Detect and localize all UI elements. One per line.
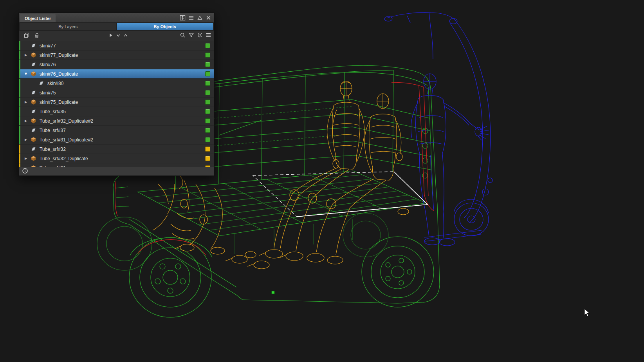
expand-arrow-icon[interactable]: ▶ <box>23 138 29 141</box>
visibility-checkbox[interactable] <box>205 109 210 114</box>
menu-lines-icon[interactable] <box>188 15 194 21</box>
visibility-checkbox[interactable] <box>205 81 210 86</box>
visibility-stripe <box>19 135 20 144</box>
mouse-cursor <box>584 309 592 319</box>
object-name: skin#76 <box>40 62 56 67</box>
collapse-panel-icon[interactable] <box>197 15 203 21</box>
group-cube-icon <box>30 99 36 105</box>
visibility-checkbox[interactable] <box>205 90 210 95</box>
expand-arrow-icon[interactable]: ▶ <box>23 166 29 167</box>
tab-by-objects[interactable]: By Objects <box>117 23 213 30</box>
object-name: skin#75 <box>40 90 56 96</box>
object-name: Tube_srf#32_Duplicate <box>40 156 88 161</box>
chevron-down-icon[interactable] <box>115 33 121 40</box>
pivot-dot <box>272 291 274 294</box>
visibility-checkbox[interactable] <box>205 128 210 133</box>
group-cube-icon <box>30 165 36 167</box>
object-tree: skin#77▶skin#77_Duplicateskin#76▼skin#76… <box>19 41 214 167</box>
visibility-checkbox[interactable] <box>205 156 210 161</box>
duplicate-icon[interactable] <box>23 32 30 40</box>
visibility-stripe <box>19 126 20 135</box>
close-icon[interactable] <box>206 15 211 21</box>
tab-by-layers[interactable]: By Layers <box>20 23 116 30</box>
object-name: Tube_srf#35 <box>40 109 66 114</box>
visibility-checkbox[interactable] <box>205 118 210 123</box>
visibility-stripe <box>19 98 20 107</box>
object-name: skin#76_Duplicate <box>40 71 78 77</box>
info-icon[interactable] <box>22 168 28 176</box>
visibility-stripe <box>19 51 20 60</box>
surface-icon <box>30 109 36 115</box>
visibility-stripe <box>19 88 20 97</box>
hamburger-icon[interactable] <box>206 32 211 40</box>
gear-icon[interactable] <box>197 32 203 40</box>
object-lister-panel: Object Lister <box>18 13 215 176</box>
tree-row[interactable]: Tube_srf#35 <box>19 107 214 116</box>
tree-row[interactable]: skin#80 <box>19 79 214 88</box>
standing-figure-wireframe <box>384 13 492 246</box>
object-name: skin#77 <box>40 43 56 49</box>
visibility-checkbox[interactable] <box>205 62 210 67</box>
visibility-checkbox[interactable] <box>205 71 210 76</box>
visibility-checkbox[interactable] <box>205 147 210 152</box>
surface-icon <box>38 80 44 87</box>
tree-row[interactable]: ▶Tube_srf#32_Duplicate#2 <box>19 116 214 126</box>
group-cube-icon <box>30 137 36 143</box>
visibility-checkbox[interactable] <box>205 137 210 142</box>
tree-row[interactable]: skin#77 <box>19 41 214 51</box>
visibility-stripe <box>19 107 20 116</box>
search-icon[interactable] <box>180 32 186 40</box>
visibility-stripe <box>19 154 20 163</box>
object-name: skin#80 <box>47 81 63 86</box>
visibility-checkbox[interactable] <box>205 100 210 105</box>
visibility-checkbox[interactable] <box>205 52 210 58</box>
surface-icon <box>30 43 36 49</box>
group-cube-icon <box>30 156 36 162</box>
trash-icon[interactable] <box>34 32 40 40</box>
lister-tabs: By Layers By Objects <box>19 22 214 31</box>
chevron-up-icon[interactable] <box>123 33 128 40</box>
tree-row[interactable]: skin#75 <box>19 88 214 98</box>
group-cube-icon <box>30 118 36 124</box>
visibility-checkbox[interactable] <box>205 165 210 167</box>
object-name: Tube_srf#32 <box>40 147 66 152</box>
visibility-stripe <box>19 79 20 88</box>
tree-row[interactable]: ▶Tube_srf#32_Duplicate <box>19 154 214 163</box>
expand-arrow-icon[interactable]: ▶ <box>23 53 29 57</box>
object-name: Tube_srf#31_Duplicate#2 <box>40 137 93 143</box>
expand-arrow-icon[interactable]: ▶ <box>23 157 29 160</box>
tree-row[interactable]: ▶Tube_srf#31 <box>19 163 214 167</box>
object-name: Tube_srf#37 <box>40 128 66 133</box>
surface-icon <box>30 127 36 134</box>
object-name: skin#77_Duplicate <box>40 52 78 58</box>
collapse-arrow-icon[interactable]: ▼ <box>23 72 29 76</box>
tree-row[interactable]: ▶skin#77_Duplicate <box>19 51 214 60</box>
visibility-stripe <box>19 163 20 167</box>
panel-titlebar[interactable]: Object Lister <box>19 13 214 22</box>
expand-arrow-icon[interactable]: ▶ <box>23 100 29 104</box>
lister-toolbar <box>19 31 214 41</box>
visibility-checkbox[interactable] <box>205 43 210 48</box>
resize-vertical-icon[interactable] <box>180 15 186 21</box>
visibility-stripe <box>19 69 20 78</box>
filter-icon[interactable] <box>188 32 194 40</box>
visibility-stripe <box>19 116 20 125</box>
panel-title: Object Lister <box>20 14 56 22</box>
lister-statusbar <box>19 167 214 176</box>
surface-icon <box>30 90 36 96</box>
selection-outline <box>253 172 428 217</box>
object-name: skin#75_Duplicate <box>40 100 78 105</box>
group-cube-icon <box>30 71 36 77</box>
tree-row[interactable]: Tube_srf#37 <box>19 126 214 135</box>
surface-icon <box>30 62 36 68</box>
visibility-stripe <box>19 41 20 50</box>
tree-row[interactable]: Tube_srf#32 <box>19 145 214 154</box>
tree-row[interactable]: ▼skin#76_Duplicate <box>19 69 214 79</box>
tree-row[interactable]: skin#76 <box>19 60 214 69</box>
object-name: Tube_srf#31 <box>40 165 66 167</box>
tree-row[interactable]: ▶skin#75_Duplicate <box>19 98 214 107</box>
expand-arrow-icon[interactable]: ▶ <box>23 119 29 123</box>
group-cube-icon <box>30 52 36 58</box>
tree-row[interactable]: ▶Tube_srf#31_Duplicate#2 <box>19 135 214 145</box>
play-right-icon[interactable] <box>108 33 114 40</box>
